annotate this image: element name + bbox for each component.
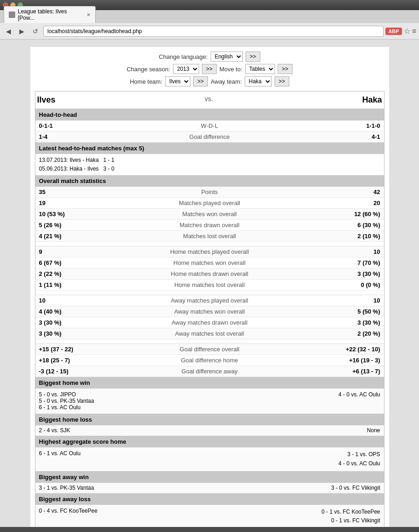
move-to-select[interactable]: Tables — [245, 64, 275, 74]
page-content: Change language: English >> Change seaso… — [30, 47, 389, 527]
change-language-label: Change language: — [159, 53, 207, 60]
back-button[interactable]: ◀ — [3, 26, 14, 37]
latest-matches-header: Latest head-to-head matches (max 5) — [35, 143, 384, 154]
main-data-area: Ilves vs. Haka Head-to-head 0-1-1 W-D-L … — [35, 91, 385, 527]
biggest-home-loss-header: Biggest home loss — [35, 414, 384, 425]
h2h-left-0: 0-1-1 — [39, 122, 94, 129]
biggest-away-loss-header: Biggest away loss — [35, 493, 384, 505]
biggest-away-win-left: 3 - 1 vs. PK-35 Vantaa — [39, 485, 94, 491]
gd-row-home: +18 (25 - 7) Goal difference home +16 (1… — [35, 355, 384, 366]
h2h-left-1: 1-4 — [39, 133, 94, 140]
menu-button[interactable]: ≡ — [412, 27, 416, 35]
tab-title: League tables: Ilves [Pow... — [18, 8, 84, 21]
away-right-drawn: 3 (30 %) — [325, 319, 380, 326]
home-left-drawn: 2 (22 %) — [39, 270, 94, 277]
change-season-label: Change season: — [126, 66, 170, 73]
stat-left-lost: 4 (21 %) — [39, 233, 94, 240]
away-right-played: 10 — [325, 297, 380, 304]
move-to-go-button[interactable]: >> — [278, 64, 293, 74]
season-go-button[interactable]: >> — [202, 64, 217, 74]
away-right-won: 5 (50 %) — [325, 308, 380, 315]
away-team-name: Haka — [362, 95, 382, 105]
stat-right-won: 12 (60 %) — [325, 211, 380, 217]
away-row-won: 4 (40 %) Away matches won overall 5 (50 … — [35, 306, 384, 317]
biggest-home-win-right: 4 - 0 vs. AC Oulu — [325, 391, 380, 398]
gd-left-away: -3 (12 - 15) — [39, 368, 94, 375]
highest-aggregate-home-left: 6 - 1 vs. AC Oulu — [39, 450, 94, 457]
home-team-label: Home team: — [130, 78, 162, 85]
gd-left-home: +18 (25 - 7) — [39, 357, 94, 364]
away-left-drawn: 3 (30 %) — [39, 319, 94, 326]
language-go-button[interactable]: >> — [246, 51, 260, 62]
biggest-away-loss-row: 0 - 4 vs. FC KooTeePee 0 - 1 vs. FC KooT… — [35, 505, 384, 527]
stat-mid-won: Matches won overall — [94, 211, 325, 217]
away-mid-won: Away matches won overall — [94, 308, 325, 315]
home-row-lost: 1 (11 %) Home matches lost overall 0 (0 … — [35, 280, 384, 291]
stat-row-lost: 4 (21 %) Matches lost overall 2 (10 %) — [35, 231, 384, 242]
bookmark-button[interactable]: ☆ — [404, 27, 410, 35]
tab-close-icon[interactable]: ✕ — [86, 12, 91, 18]
home-team-go-button[interactable]: >> — [193, 76, 208, 86]
move-to-label: Move to: — [219, 66, 242, 73]
stat-mid-played: Matches played overall — [94, 200, 325, 206]
away-left-played: 10 — [39, 297, 94, 304]
biggest-home-loss-left: 2 - 4 vs. SJK — [39, 427, 94, 434]
away-mid-played: Away matches played overall — [94, 297, 325, 304]
stat-row-played: 19 Matches played overall 20 — [35, 198, 384, 209]
separator-2 — [35, 291, 384, 295]
away-mid-drawn: Away matches drawn overall — [94, 319, 325, 326]
stat-left-played: 19 — [39, 200, 94, 206]
home-row-won: 6 (67 %) Home matches won overall 7 (70 … — [35, 257, 384, 269]
gd-left-overall: +15 (37 - 22) — [39, 346, 94, 353]
stat-right-played: 20 — [325, 200, 380, 206]
stat-row-drawn: 5 (26 %) Matches drawn overall 6 (30 %) — [35, 220, 384, 231]
away-row-drawn: 3 (30 %) Away matches drawn overall 3 (3… — [35, 317, 384, 328]
gd-row-overall: +15 (37 - 22) Goal difference overall +2… — [35, 344, 384, 355]
home-team-select[interactable]: Ilves — [165, 76, 190, 86]
away-team-select[interactable]: Haka — [245, 76, 272, 86]
gd-right-home: +16 (19 - 3) — [325, 357, 380, 364]
home-team-name: Ilves — [37, 95, 56, 105]
gd-mid-overall: Goal difference overall — [94, 346, 325, 353]
stat-right-lost: 2 (10 %) — [325, 233, 380, 240]
away-team-go-button[interactable]: >> — [275, 76, 289, 86]
address-bar[interactable] — [43, 26, 384, 37]
forward-button[interactable]: ▶ — [16, 26, 28, 37]
stat-right-points: 42 — [325, 189, 380, 195]
h2h-right-1: 4-1 — [325, 133, 380, 140]
home-mid-won: Home matches won overall — [94, 259, 325, 266]
stat-row-won: 10 (53 %) Matches won overall 12 (60 %) — [35, 209, 384, 220]
gd-mid-home: Goal difference home — [94, 357, 325, 364]
language-select[interactable]: English — [211, 51, 243, 62]
language-row: Change language: English >> — [35, 51, 385, 62]
home-left-won: 6 (67 %) — [39, 259, 94, 266]
season-row: Change season: 2013 >> Move to: Tables >… — [35, 64, 385, 74]
season-select[interactable]: 2013 — [173, 64, 199, 74]
gd-mid-away: Goal difference away — [94, 368, 325, 375]
stat-mid-lost: Matches lost overall — [94, 233, 325, 240]
biggest-away-win-right: 3 - 0 vs. FC Viikingit — [325, 485, 380, 491]
stat-row-points: 35 Points 42 — [35, 187, 384, 198]
biggest-home-win-header: Biggest home win — [35, 377, 384, 389]
separator-3 — [35, 339, 384, 344]
highest-aggregate-home-right: 3 - 1 vs. OPS4 - 0 vs. AC Oulu — [325, 450, 380, 468]
h2h-row-1: 1-4 Goal difference 4-1 — [35, 132, 384, 143]
away-mid-lost: Away matches lost overall — [94, 330, 325, 337]
away-right-lost: 2 (20 %) — [325, 330, 380, 337]
biggest-away-win-header: Biggest away win — [35, 471, 384, 483]
stat-mid-drawn: Matches drawn overall — [94, 222, 325, 229]
stat-right-drawn: 6 (30 %) — [325, 222, 380, 229]
home-right-played: 10 — [325, 248, 380, 255]
h2h-row-0: 0-1-1 W-D-L 1-1-0 — [35, 120, 384, 132]
gd-row-away: -3 (12 - 15) Goal difference away +6 (13… — [35, 366, 384, 377]
stat-left-points: 35 — [39, 189, 94, 195]
highest-aggregate-home-row: 6 - 1 vs. AC Oulu 3 - 1 vs. OPS4 - 0 vs.… — [35, 447, 384, 471]
active-tab[interactable]: League tables: Ilves [Pow... ✕ — [4, 6, 96, 23]
biggest-away-win-row: 3 - 1 vs. PK-35 Vantaa 3 - 0 vs. FC Viik… — [35, 483, 384, 493]
highest-aggregate-home-header: Highest aggregate score home — [35, 436, 384, 447]
refresh-button[interactable]: ↺ — [29, 26, 41, 37]
separator-1 — [35, 242, 384, 246]
adblock-button[interactable]: ABP — [385, 28, 402, 35]
teams-row: Home team: Ilves >> Away team: Haka >> — [35, 76, 385, 86]
home-mid-drawn: Home matches drawn overall — [94, 270, 325, 277]
